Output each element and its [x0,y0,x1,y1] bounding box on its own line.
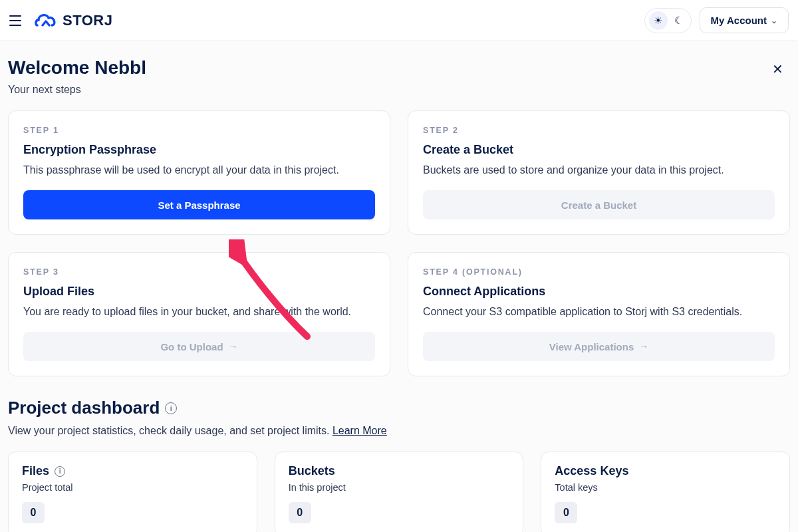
arrow-right-icon: → [229,341,238,352]
step-label: STEP 4 (OPTIONAL) [423,267,775,277]
step-label: STEP 2 [423,126,775,135]
stat-card-access-keys: Access Keys Total keys 0 [541,452,790,532]
step-card-2: STEP 2 Create a Bucket Buckets are used … [408,110,790,235]
stat-value: 0 [22,502,45,523]
stat-title: Buckets [289,464,335,478]
step-card-3: STEP 3 Upload Files You are ready to upl… [8,252,390,376]
dashboard-subtitle: View your project statistics, check dail… [8,425,790,437]
create-bucket-button[interactable]: Create a Bucket [423,190,775,219]
moon-icon: ☾ [674,15,687,27]
stat-title: Files [22,464,49,478]
chevron-down-icon: ⌄ [771,16,777,25]
menu-icon[interactable] [9,13,25,29]
arrow-right-icon: → [639,341,648,352]
cloud-logo-icon [35,11,57,30]
brand-logo[interactable]: STORJ [35,11,112,30]
account-label: My Account [711,15,767,26]
stat-subtitle: Project total [22,482,243,493]
stat-value: 0 [289,502,311,523]
theme-toggle[interactable]: ☀ ☾ [644,8,692,33]
step-label: STEP 1 [23,126,375,135]
step-title: Connect Applications [423,285,775,299]
dashboard-title: Project dashboard [8,398,160,418]
learn-more-link[interactable]: Learn More [332,425,387,436]
step-desc: You are ready to upload files in your bu… [23,304,375,320]
stat-card-buckets: Buckets In this project 0 [275,452,524,532]
step-card-1: STEP 1 Encryption Passphrase This passph… [8,110,390,235]
step-desc: Buckets are used to store and organize y… [423,162,775,178]
step-title: Encryption Passphrase [23,143,375,157]
topbar: STORJ ☀ ☾ My Account ⌄ [0,0,798,41]
my-account-button[interactable]: My Account ⌄ [700,7,789,33]
page-title: Welcome Nebbl [8,57,146,78]
button-label: Set a Passphrase [158,200,240,211]
dashboard-subtitle-text: View your project statistics, check dail… [8,425,332,436]
steps-grid: STEP 1 Encryption Passphrase This passph… [8,110,790,376]
page-subtitle: Your next steps [8,84,146,96]
stat-title: Access Keys [555,464,628,478]
stat-value: 0 [555,502,577,523]
step-card-4: STEP 4 (OPTIONAL) Connect Applications C… [408,252,790,376]
stat-subtitle: Total keys [555,482,776,493]
stat-subtitle: In this project [289,482,510,493]
button-label: View Applications [549,341,634,352]
stats-grid: Files i Project total 0 Buckets In this … [8,452,790,532]
step-desc: Connect your S3 compatible application t… [423,304,775,320]
info-icon[interactable]: i [55,466,65,477]
go-to-upload-button[interactable]: Go to Upload → [23,332,375,361]
stat-card-files: Files i Project total 0 [8,452,257,532]
view-applications-button[interactable]: View Applications → [423,332,775,361]
close-icon[interactable]: ✕ [765,57,790,81]
step-label: STEP 3 [23,267,375,277]
button-label: Create a Bucket [561,200,636,211]
set-passphrase-button[interactable]: Set a Passphrase [23,190,375,219]
info-icon[interactable]: i [165,402,177,414]
button-label: Go to Upload [160,341,223,352]
step-title: Create a Bucket [423,143,775,157]
brand-name: STORJ [63,12,112,29]
step-title: Upload Files [23,285,375,299]
step-desc: This passphrase will be used to encrypt … [23,162,375,178]
sun-icon: ☀ [649,11,668,30]
